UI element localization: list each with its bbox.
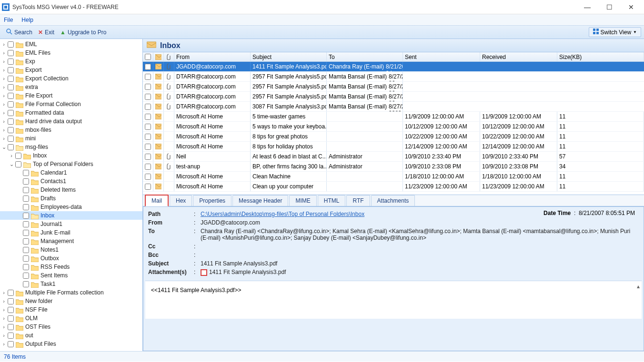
tree-item[interactable]: ›EML Files xyxy=(0,49,142,57)
tree-checkbox[interactable] xyxy=(8,341,14,347)
tree-checkbox[interactable] xyxy=(8,118,14,125)
mail-row[interactable]: test-anupBP, other firms facing 300 la..… xyxy=(143,162,644,172)
tree-checkbox[interactable] xyxy=(8,315,14,322)
mail-row[interactable]: DTARR@catocorp.com2957 Fit Sample Analys… xyxy=(143,82,644,92)
mail-row[interactable]: DTARR@catocorp.com2957 Fit Sample Analys… xyxy=(143,72,644,82)
tree-checkbox[interactable] xyxy=(15,153,21,159)
tree-item[interactable]: Task1 xyxy=(0,280,142,288)
row-checkbox[interactable] xyxy=(145,164,151,170)
mail-row[interactable]: DTARR@catocorp.com3087 Fit Sample Analys… xyxy=(143,102,644,112)
mail-row[interactable]: Microsoft At Home5 ways to make your key… xyxy=(143,122,644,132)
tree-item[interactable]: ›Hard drive data output xyxy=(0,117,142,126)
grid-body[interactable]: JGADD@catocorp.com1411 Fit Sample Analys… xyxy=(143,62,644,195)
tree-item[interactable]: ›New folder xyxy=(0,297,142,305)
tree-item[interactable]: ›Multiple File Formats collection xyxy=(0,288,142,297)
tree-item[interactable]: ›File Format Collection xyxy=(0,100,142,108)
search-button[interactable]: Search xyxy=(3,27,35,37)
row-checkbox[interactable] xyxy=(145,174,151,180)
row-checkbox[interactable] xyxy=(145,134,151,140)
tree-item[interactable]: RSS Feeds xyxy=(0,263,142,271)
tree-checkbox[interactable] xyxy=(23,264,29,270)
tab-mail[interactable]: Mail xyxy=(145,195,169,206)
tree-item[interactable]: ›Output Files xyxy=(0,340,142,348)
tree-item[interactable]: Calendar1 xyxy=(0,168,142,177)
tree-checkbox[interactable] xyxy=(8,41,14,48)
col-received[interactable]: Received xyxy=(480,52,557,61)
close-button[interactable]: ✕ xyxy=(620,0,642,14)
envelope-col-icon[interactable] xyxy=(153,52,164,61)
tree-checkbox[interactable] xyxy=(8,127,14,133)
tree-checkbox[interactable] xyxy=(8,136,14,142)
tree-checkbox[interactable] xyxy=(8,67,14,73)
menu-help[interactable]: Help xyxy=(21,17,33,23)
row-checkbox[interactable] xyxy=(145,114,151,120)
tree-checkbox[interactable] xyxy=(23,196,29,202)
tree-item[interactable]: ›OST Files xyxy=(0,323,142,331)
tree-item[interactable]: ›NSF File xyxy=(0,305,142,314)
tree-item[interactable]: ⌄Top of Personal Folders xyxy=(0,160,142,168)
tree-item[interactable]: ›EML xyxy=(0,40,142,49)
minimize-button[interactable]: — xyxy=(576,0,598,14)
col-to[interactable]: To xyxy=(327,52,403,61)
tree-checkbox[interactable] xyxy=(23,204,29,210)
tree-checkbox[interactable] xyxy=(23,213,29,219)
tree-item[interactable]: ›OLM xyxy=(0,314,142,323)
tree-checkbox[interactable] xyxy=(23,255,29,262)
tree-item[interactable]: Management xyxy=(0,237,142,245)
tab-rtf[interactable]: RTF xyxy=(346,195,370,206)
mail-row[interactable]: Microsoft At Home8 tips for great photos… xyxy=(143,132,644,142)
row-checkbox[interactable] xyxy=(145,94,151,100)
switch-view-button[interactable]: Switch View ▼ xyxy=(589,27,641,37)
tree-checkbox[interactable] xyxy=(23,230,29,236)
tree-item[interactable]: ›extra xyxy=(0,83,142,91)
tree-checkbox[interactable] xyxy=(8,84,14,90)
scroll-up-icon[interactable]: ▴ xyxy=(637,283,640,290)
tab-mime[interactable]: MIME xyxy=(289,195,316,206)
tab-properties[interactable]: Properties xyxy=(193,195,231,206)
menu-file[interactable]: File xyxy=(4,17,13,23)
tree-checkbox[interactable] xyxy=(8,50,14,56)
tree-checkbox[interactable] xyxy=(23,178,29,185)
col-from[interactable]: From xyxy=(174,52,251,61)
maximize-button[interactable]: ☐ xyxy=(598,0,620,14)
tree-item[interactable]: ›mbox-files xyxy=(0,126,142,134)
tree-item[interactable]: ›Inbox xyxy=(0,151,142,160)
row-checkbox[interactable] xyxy=(145,84,151,90)
tree-checkbox[interactable] xyxy=(8,333,14,339)
tree-item[interactable]: Inbox xyxy=(0,211,142,220)
row-checkbox[interactable] xyxy=(145,154,151,160)
tree-checkbox[interactable] xyxy=(8,307,14,313)
tree-checkbox[interactable] xyxy=(23,238,29,245)
tree-checkbox[interactable] xyxy=(23,221,29,227)
folder-tree[interactable]: ›EML›EML Files›Exp›Export›Export Collect… xyxy=(0,39,143,351)
tree-checkbox[interactable] xyxy=(15,161,21,167)
tree-checkbox[interactable] xyxy=(8,110,14,116)
tree-checkbox[interactable] xyxy=(23,170,29,176)
tree-checkbox[interactable] xyxy=(23,273,29,279)
tab-attachments[interactable]: Attachments xyxy=(371,195,415,206)
path-link[interactable]: C:\Users\admin\Desktop\msg-files\Top of … xyxy=(201,211,364,217)
exit-button[interactable]: ✕ Exit xyxy=(35,28,57,37)
mail-row[interactable]: Microsoft At Home5 time-waster games11/9… xyxy=(143,112,644,122)
col-sent[interactable]: Sent xyxy=(403,52,480,61)
tree-checkbox[interactable] xyxy=(8,324,14,330)
mail-row[interactable]: Microsoft At HomeClean up your computer1… xyxy=(143,182,644,192)
mail-row[interactable]: Microsoft At Home8 tips for holiday phot… xyxy=(143,142,644,152)
mail-row[interactable]: DTARR@catocorp.com2957 Fit Sample Analys… xyxy=(143,92,644,102)
row-checkbox[interactable] xyxy=(145,144,151,150)
tree-checkbox[interactable] xyxy=(8,59,14,65)
tree-item[interactable]: Drafts xyxy=(0,194,142,203)
tree-checkbox[interactable] xyxy=(8,76,14,82)
mail-row[interactable]: NeilAt least 6 dead in blast at C...Admi… xyxy=(143,152,644,162)
tree-item[interactable]: Outbox xyxy=(0,254,142,263)
row-checkbox[interactable] xyxy=(145,74,151,80)
tree-item[interactable]: ›File Export xyxy=(0,91,142,100)
tree-checkbox[interactable] xyxy=(8,93,14,99)
tree-checkbox[interactable] xyxy=(8,298,14,304)
tree-checkbox[interactable] xyxy=(8,101,14,108)
tree-item[interactable]: Deleted Items xyxy=(0,186,142,194)
row-checkbox[interactable] xyxy=(145,104,151,110)
tree-item[interactable]: ›Exp xyxy=(0,57,142,66)
tab-html[interactable]: HTML xyxy=(318,195,346,206)
tree-item[interactable]: ›Formatted data xyxy=(0,108,142,117)
